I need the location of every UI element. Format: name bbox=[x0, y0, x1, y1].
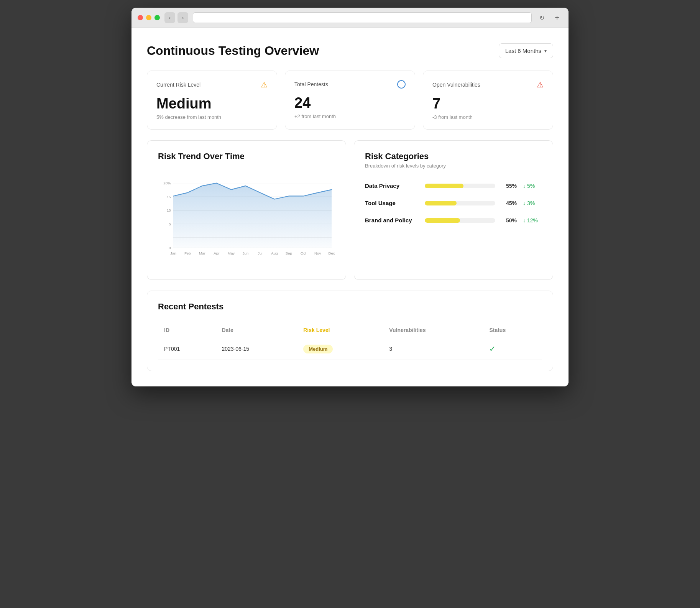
category-name: Tool Usage bbox=[365, 200, 419, 206]
category-name: Data Privacy bbox=[365, 182, 419, 189]
category-percent: 50% bbox=[501, 217, 517, 223]
circle-icon bbox=[397, 80, 406, 89]
category-bar-container bbox=[425, 201, 495, 205]
page-title: Continuous Testing Overview bbox=[147, 44, 319, 58]
close-button[interactable] bbox=[138, 15, 143, 20]
pentests-title: Recent Pentests bbox=[158, 302, 542, 312]
danger-icon: ⚠ bbox=[537, 80, 544, 89]
row-id: PT001 bbox=[158, 338, 215, 360]
category-row-tool-usage: Tool Usage 45% ↓ 3% bbox=[365, 200, 542, 206]
svg-text:Aug: Aug bbox=[271, 251, 278, 255]
browser-chrome: ‹ › ↻ + bbox=[131, 8, 569, 28]
recent-pentests-card: Recent Pentests ID Date Risk Level Vulne… bbox=[147, 291, 553, 371]
categories-title: Risk Categories bbox=[365, 151, 542, 161]
col-date: Date bbox=[215, 322, 297, 338]
browser-window: ‹ › ↻ + Continuous Testing Overview Last… bbox=[131, 8, 569, 386]
page-header: Continuous Testing Overview Last 6 Month… bbox=[147, 43, 553, 58]
middle-section: Risk Trend Over Time 20% 15 10 bbox=[147, 140, 553, 280]
total-pentests-subtitle: +2 from last month bbox=[294, 113, 406, 119]
category-change: ↓ 3% bbox=[523, 200, 542, 206]
forward-button[interactable]: › bbox=[177, 12, 188, 23]
time-filter-label: Last 6 Months bbox=[505, 48, 541, 54]
risk-trend-chart: 20% 15 10 5 0 bbox=[158, 169, 335, 269]
category-row-data-privacy: Data Privacy 55% ↓ 5% bbox=[365, 182, 542, 189]
total-pentests-card: Total Pentests 24 +2 from last month bbox=[285, 71, 415, 130]
svg-text:Mar: Mar bbox=[199, 251, 206, 255]
svg-text:Jun: Jun bbox=[242, 251, 248, 255]
svg-text:10: 10 bbox=[167, 208, 171, 212]
chart-area: 20% 15 10 5 0 bbox=[158, 169, 335, 269]
summary-cards: Current Risk Level ⚠ Medium 5% decrease … bbox=[147, 71, 553, 130]
row-risk-level: Medium bbox=[297, 338, 383, 360]
card-header: Total Pentests bbox=[294, 80, 406, 89]
col-risk-level: Risk Level bbox=[297, 322, 383, 338]
warning-icon: ⚠ bbox=[261, 80, 268, 89]
nav-buttons: ‹ › bbox=[164, 12, 188, 23]
change-value: 5% bbox=[527, 183, 535, 189]
category-bar-container bbox=[425, 184, 495, 188]
svg-text:Apr: Apr bbox=[214, 251, 220, 255]
chevron-down-icon: ▾ bbox=[544, 48, 547, 54]
minimize-button[interactable] bbox=[146, 15, 151, 20]
col-id: ID bbox=[158, 322, 215, 338]
risk-level-subtitle: 5% decrease from last month bbox=[156, 114, 268, 120]
new-tab-button[interactable]: + bbox=[552, 12, 562, 23]
col-status: Status bbox=[483, 322, 542, 338]
svg-marker-11 bbox=[173, 183, 332, 248]
category-percent: 55% bbox=[501, 183, 517, 189]
page-content: Continuous Testing Overview Last 6 Month… bbox=[131, 28, 569, 386]
category-bar bbox=[425, 184, 463, 188]
svg-text:5: 5 bbox=[169, 222, 171, 226]
maximize-button[interactable] bbox=[154, 15, 160, 20]
arrow-down-icon: ↓ bbox=[523, 200, 526, 206]
change-value: 12% bbox=[527, 217, 538, 223]
card-header: Current Risk Level ⚠ bbox=[156, 80, 268, 89]
row-status: ✓ bbox=[483, 338, 542, 360]
risk-categories-card: Risk Categories Breakdown of risk levels… bbox=[354, 140, 553, 280]
table-header-row: ID Date Risk Level Vulnerabilities Statu… bbox=[158, 322, 542, 338]
total-pentests-label: Total Pentests bbox=[294, 81, 328, 87]
card-header: Open Vulnerabilities ⚠ bbox=[432, 80, 544, 89]
risk-badge: Medium bbox=[303, 345, 333, 353]
svg-text:Feb: Feb bbox=[184, 251, 191, 255]
category-bar-container bbox=[425, 218, 495, 223]
category-change: ↓ 12% bbox=[523, 217, 542, 223]
svg-text:Jul: Jul bbox=[258, 251, 262, 255]
address-bar[interactable] bbox=[193, 12, 532, 23]
arrow-down-icon: ↓ bbox=[523, 183, 526, 189]
back-button[interactable]: ‹ bbox=[164, 12, 175, 23]
svg-text:May: May bbox=[228, 251, 235, 255]
change-value: 3% bbox=[527, 200, 535, 206]
table-row: PT001 2023-06-15 Medium 3 ✓ bbox=[158, 338, 542, 360]
svg-text:Sep: Sep bbox=[285, 251, 292, 255]
risk-level-label: Current Risk Level bbox=[156, 82, 200, 88]
svg-text:0: 0 bbox=[169, 246, 171, 250]
traffic-lights bbox=[138, 15, 160, 20]
row-date: 2023-06-15 bbox=[215, 338, 297, 360]
svg-text:15: 15 bbox=[167, 195, 171, 199]
pentests-table: ID Date Risk Level Vulnerabilities Statu… bbox=[158, 322, 542, 360]
risk-level-value: Medium bbox=[156, 95, 268, 112]
risk-trend-card: Risk Trend Over Time 20% 15 10 bbox=[147, 140, 346, 280]
svg-text:Nov: Nov bbox=[314, 251, 321, 255]
arrow-down-icon: ↓ bbox=[523, 217, 526, 223]
chart-title: Risk Trend Over Time bbox=[158, 151, 335, 161]
risk-level-card: Current Risk Level ⚠ Medium 5% decrease … bbox=[147, 71, 277, 130]
category-bar bbox=[425, 218, 460, 223]
time-filter-dropdown[interactable]: Last 6 Months ▾ bbox=[499, 43, 553, 58]
status-complete-icon: ✓ bbox=[489, 345, 496, 353]
open-vuln-subtitle: -3 from last month bbox=[432, 114, 544, 120]
total-pentests-value: 24 bbox=[294, 95, 406, 111]
category-row-brand-policy: Brand and Policy 50% ↓ 12% bbox=[365, 217, 542, 223]
svg-text:Oct: Oct bbox=[301, 251, 306, 255]
open-vuln-value: 7 bbox=[432, 95, 544, 112]
col-vulns: Vulnerabilities bbox=[383, 322, 483, 338]
open-vuln-label: Open Vulnerabilities bbox=[432, 82, 480, 88]
refresh-button[interactable]: ↻ bbox=[536, 12, 547, 23]
category-bar bbox=[425, 201, 457, 205]
category-change: ↓ 5% bbox=[523, 183, 542, 189]
svg-text:Jan: Jan bbox=[170, 251, 176, 255]
open-vuln-card: Open Vulnerabilities ⚠ 7 -3 from last mo… bbox=[423, 71, 553, 130]
row-vulnerabilities: 3 bbox=[383, 338, 483, 360]
category-name: Brand and Policy bbox=[365, 217, 419, 223]
